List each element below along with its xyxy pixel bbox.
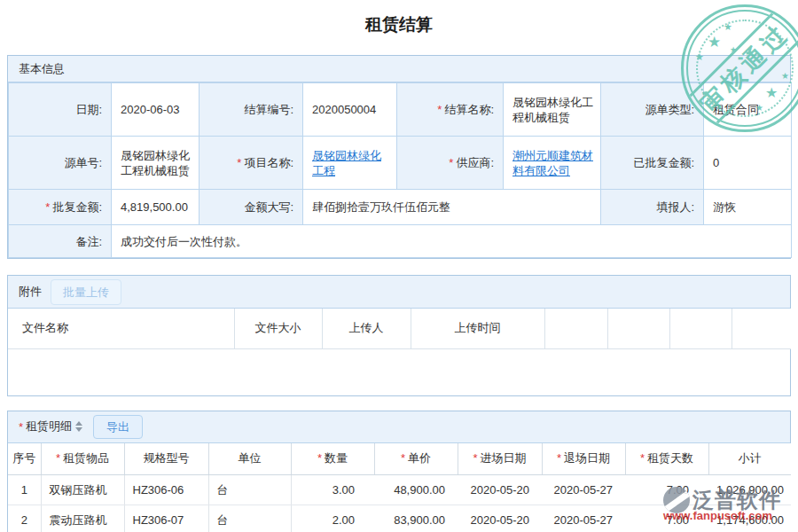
cell-exit-date: 2020-05-27 <box>542 475 625 505</box>
cell-item: 双钢压路机 <box>41 475 124 505</box>
batch-upload-button[interactable]: 批量上传 <box>51 279 121 305</box>
amount-words-label: 金额大写: <box>200 190 303 225</box>
project-value: 晟铭园林绿化工程 <box>303 137 397 190</box>
required-icon: * <box>473 451 477 465</box>
col-model: 规格型号 <box>124 443 208 475</box>
rental-detail-title: 租赁明细 <box>26 419 72 434</box>
col-item: *租赁物品 <box>41 443 124 475</box>
rental-detail-table: 序号 *租赁物品 规格型号 单位 *数量 *单价 *进场日期 *退场日期 *租赁… <box>8 443 791 532</box>
export-button[interactable]: 导出 <box>93 415 143 439</box>
settle-no-label: 结算编号: <box>200 83 303 137</box>
required-icon: * <box>45 200 50 214</box>
col-qty: *数量 <box>291 443 374 475</box>
cell-subtotal: 1,174,600.00 <box>708 505 791 532</box>
sort-spinner-icon[interactable] <box>75 421 82 432</box>
cell-qty: 3.00 <box>291 475 374 505</box>
cell-subtotal: 1,026,900.00 <box>708 475 791 505</box>
col-enter-date: *进场日期 <box>458 443 542 475</box>
cell-unit: 台 <box>208 505 291 532</box>
col-empty-4 <box>732 309 791 348</box>
filler-label: 填报人: <box>601 190 704 225</box>
required-icon: * <box>237 156 241 169</box>
attachments-title: 附件 <box>19 284 42 300</box>
source-no-value: 晟铭园林绿化工程机械租赁 <box>112 137 200 190</box>
detail-row-1: 1 双钢压路机 HZ306-06 台 3.00 48,900.00 2020-0… <box>8 475 791 505</box>
col-price: *单价 <box>374 443 458 475</box>
basic-info-table: 日期: 2020-06-03 结算编号: 2020050004 *结算名称: 晟… <box>8 82 792 258</box>
basic-info-header: 基本信息 <box>8 56 790 82</box>
settle-name-label: *结算名称: <box>397 83 504 137</box>
page-title: 租赁结算 <box>0 12 798 37</box>
source-type-value: 租赁合同 <box>704 83 792 137</box>
cell-exit-date: 2020-05-27 <box>542 505 625 532</box>
col-empty-3 <box>669 309 732 348</box>
col-empty-2 <box>607 309 669 348</box>
cell-enter-date: 2020-05-20 <box>458 505 542 532</box>
cell-days: 7.00 <box>625 475 708 505</box>
col-file-size: 文件大小 <box>234 309 322 348</box>
cell-unit: 台 <box>208 475 291 505</box>
required-icon: * <box>437 103 442 116</box>
cell-qty: 2.00 <box>291 505 374 532</box>
remark-label: 备注: <box>9 225 112 258</box>
col-days: *租赁天数 <box>625 443 708 475</box>
source-type-label: 源单类型: <box>601 83 704 137</box>
cell-price: 83,900.00 <box>374 505 458 532</box>
required-icon: * <box>317 451 322 465</box>
date-label: 日期: <box>9 83 112 137</box>
attachments-empty-area <box>8 349 790 395</box>
required-icon: * <box>449 156 453 169</box>
project-link[interactable]: 晟铭园林绿化工程 <box>312 149 381 177</box>
col-subtotal: 小计 <box>708 443 791 475</box>
required-icon: * <box>557 451 561 465</box>
supplier-label: *供应商: <box>397 137 504 190</box>
remark-value: 成功交付后一次性付款。 <box>112 225 792 258</box>
approved-total-label: 已批复金额: <box>601 137 704 190</box>
col-empty-1 <box>544 309 607 348</box>
attachments-table: 文件名称 文件大小 上传人 上传时间 <box>8 309 791 349</box>
basic-row-3: *批复金额: 4,819,500.00 金额大写: 肆佰捌拾壹万玖仟伍佰元整 填… <box>9 190 792 225</box>
col-upload-time: 上传时间 <box>411 309 544 348</box>
basic-info-section: 基本信息 日期: 2020-06-03 结算编号: 2020050004 *结算… <box>7 55 791 259</box>
attachments-header: 附件 批量上传 <box>8 276 790 309</box>
filler-value: 游恢 <box>704 190 792 225</box>
settle-name-value: 晟铭园林绿化工程机械租赁 <box>504 83 601 137</box>
cell-enter-date: 2020-05-20 <box>458 475 542 505</box>
supplier-link[interactable]: 潮州元顺建筑材料有限公司 <box>512 149 593 177</box>
detail-row-2: 2 震动压路机 HZ306-07 台 2.00 83,900.00 2020-0… <box>8 505 791 532</box>
attachments-header-row: 文件名称 文件大小 上传人 上传时间 <box>8 309 791 348</box>
col-exit-date: *退场日期 <box>542 443 625 475</box>
cell-price: 48,900.00 <box>374 475 458 505</box>
rental-detail-header: * 租赁明细 导出 <box>8 411 790 443</box>
attachments-section: 附件 批量上传 文件名称 文件大小 上传人 上传时间 <box>7 275 791 396</box>
date-value: 2020-06-03 <box>112 83 200 137</box>
required-icon: * <box>56 451 60 465</box>
basic-info-title: 基本信息 <box>19 61 65 77</box>
page: 租赁结算 基本信息 日期: 2020-06-03 结算编号: 202005000… <box>0 0 798 532</box>
col-index: 序号 <box>8 443 41 475</box>
basic-row-2: 源单号: 晟铭园林绿化工程机械租赁 *项目名称: 晟铭园林绿化工程 *供应商: … <box>9 137 792 190</box>
required-icon: * <box>19 420 23 434</box>
cell-days: 7.00 <box>625 505 708 532</box>
col-file-name: 文件名称 <box>8 309 234 348</box>
required-icon: * <box>401 451 405 465</box>
star-icon: ★ <box>730 46 737 54</box>
rental-detail-section: * 租赁明细 导出 序号 *租赁物品 规格型号 单位 *数量 *单价 *进场日期… <box>7 411 791 532</box>
cell-item: 震动压路机 <box>41 505 124 532</box>
settle-no-value: 2020050004 <box>303 83 397 137</box>
required-icon: * <box>640 451 645 465</box>
project-label: *项目名称: <box>200 137 303 190</box>
basic-row-1: 日期: 2020-06-03 结算编号: 2020050004 *结算名称: 晟… <box>9 83 792 137</box>
amount-words-value: 肆佰捌拾壹万玖仟伍佰元整 <box>303 190 601 225</box>
col-unit: 单位 <box>208 443 291 475</box>
cell-model: HZ306-07 <box>124 505 208 532</box>
supplier-value: 潮州元顺建筑材料有限公司 <box>504 137 601 190</box>
source-no-label: 源单号: <box>9 137 112 190</box>
cell-model: HZ306-06 <box>124 475 208 505</box>
col-uploader: 上传人 <box>322 309 411 348</box>
approve-amount-label: *批复金额: <box>9 190 112 225</box>
approved-total-value: 0 <box>704 137 792 190</box>
approve-amount-value: 4,819,500.00 <box>112 190 200 225</box>
cell-index: 2 <box>8 505 41 532</box>
basic-row-4: 备注: 成功交付后一次性付款。 <box>9 225 792 258</box>
